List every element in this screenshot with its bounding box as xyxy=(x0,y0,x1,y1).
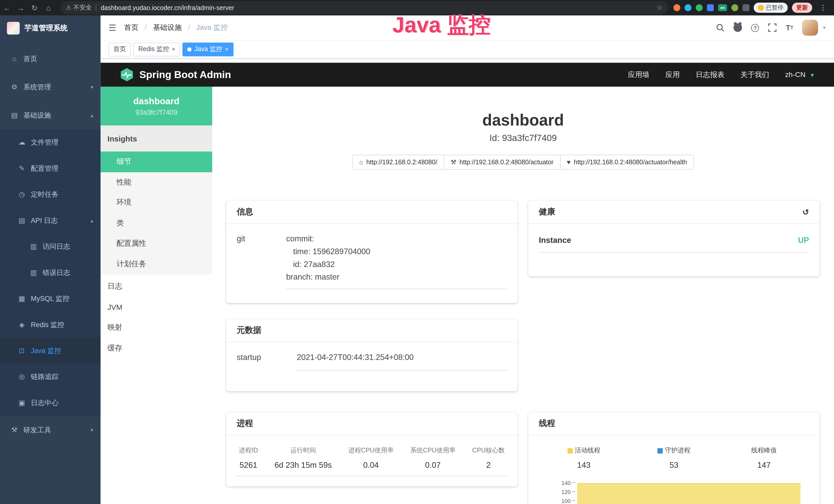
security-warning-icon[interactable]: ⚠ xyxy=(66,4,71,11)
chevron-down-icon: ▾ xyxy=(91,84,93,90)
log-center-icon: ▣ xyxy=(18,399,26,407)
sidebar-item-redis-monitor[interactable]: ◈ Redis 监控 xyxy=(0,312,101,337)
font-size-icon[interactable]: TT xyxy=(786,23,793,32)
help-icon[interactable]: ? xyxy=(751,24,759,31)
extension-icon-grid[interactable] xyxy=(707,4,714,11)
metadata-card: 元数据 startup 2021-04-27T00:44:31.254+08:0… xyxy=(226,319,518,391)
sidebar-item-system[interactable]: ⚙ 系统管理 ▾ xyxy=(0,73,101,101)
tab-redis-monitor[interactable]: Redis 监控 × xyxy=(134,42,180,56)
chevron-down-icon[interactable]: ▾ xyxy=(823,25,825,30)
back-icon[interactable]: ← xyxy=(0,3,14,12)
breadcrumb-current: Java 监控 xyxy=(196,23,228,31)
threads-card: 线程 活动线程 143 守护进程 53 线程峰值 147 xyxy=(528,412,820,504)
fullscreen-icon[interactable] xyxy=(768,23,777,32)
extension-icon-green[interactable] xyxy=(696,4,703,11)
sidebar-item-scheduled-job[interactable]: ◷ 定时任务 xyxy=(0,181,101,207)
chevron-up-icon: ▴ xyxy=(91,218,93,223)
github-icon[interactable] xyxy=(733,23,742,32)
home-icon[interactable]: ⌂ xyxy=(42,3,56,12)
sba-menu-environment[interactable]: 环境 xyxy=(101,192,212,213)
app-header: ☰ 首页 / 基础设施 / Java 监控 ? TT ▾ xyxy=(101,16,834,40)
forward-icon[interactable]: → xyxy=(14,3,28,12)
sba-nav-about[interactable]: 关于我们 xyxy=(741,70,769,79)
extensions-puzzle-icon[interactable] xyxy=(743,4,749,11)
security-label[interactable]: 不安全 xyxy=(73,4,92,12)
tabs-bar: 首页 Redis 监控 × Java 监控 × xyxy=(101,40,834,58)
sba-menu-jvm[interactable]: JVM xyxy=(101,297,212,318)
instance-health-link[interactable]: ♥ http://192.168.0.2:48080/actuator/heal… xyxy=(560,155,694,170)
sidebar-item-infra[interactable]: ▤ 基础设施 ▴ xyxy=(0,101,101,129)
sba-language-select[interactable]: zh-CN ▼ xyxy=(785,71,815,78)
update-label: 更新 xyxy=(796,4,808,12)
sidebar-item-config-manage[interactable]: ✎ 配置管理 xyxy=(0,155,101,181)
sba-menu-logs[interactable]: 日志 xyxy=(101,276,212,297)
history-icon[interactable]: ↺ xyxy=(803,207,809,217)
sba-navbar: Spring Boot Admin 应用墙 应用 日志报表 关于我们 zh-CN… xyxy=(101,63,834,87)
page-title: dashboard xyxy=(212,111,834,129)
sba-menu-details[interactable]: 细节 xyxy=(101,152,212,172)
tab-home[interactable]: 首页 xyxy=(108,42,131,56)
sidebar-item-trace[interactable]: ◎ 链路追踪 xyxy=(0,364,101,389)
process-card: 进程 进程ID 5261 运行时间 6d 23h 15m 59s 进程CPU使用… xyxy=(226,412,518,486)
sidebar-item-file-manage[interactable]: ☁ 文件管理 xyxy=(0,129,101,155)
extension-icon-leaf[interactable] xyxy=(731,4,738,11)
dashboard-icon: ⌂ xyxy=(10,55,19,63)
instance-home-link[interactable]: ⌂ http://192.168.0.2:48080/ xyxy=(352,155,444,170)
sba-menu-properties[interactable]: 配置属性 xyxy=(101,233,212,254)
sidebar-item-home[interactable]: ⌂ 首页 xyxy=(0,45,101,73)
reload-icon[interactable]: ↻ xyxy=(28,3,42,12)
sba-menu-caches[interactable]: 缓存 xyxy=(101,338,212,359)
y-tick-100: 100 xyxy=(543,498,571,504)
process-table: 进程ID 5261 运行时间 6d 23h 15m 59s 进程CPU使用率 0… xyxy=(237,445,507,476)
sba-nav-applications[interactable]: 应用 xyxy=(665,70,680,79)
sidebar-item-access-log[interactable]: ▥ 访问日志 xyxy=(0,233,101,259)
sidebar-item-mysql-monitor[interactable]: ▦ MySQL 监控 xyxy=(0,285,101,312)
health-card-title: 健康 xyxy=(539,206,555,217)
avatar[interactable] xyxy=(803,20,818,36)
sba-menu-classes[interactable]: 类 xyxy=(101,213,212,233)
sidebar-item-java-monitor[interactable]: ⊡ Java 监控 xyxy=(0,338,101,364)
close-icon[interactable]: × xyxy=(172,46,175,52)
sidebar-item-api-log[interactable]: ▤ API 日志 ▴ xyxy=(0,207,101,233)
bookmark-star-icon[interactable]: ☆ xyxy=(657,4,663,12)
blue-swatch xyxy=(657,448,663,453)
health-instance-row[interactable]: Instance UP xyxy=(539,232,809,253)
breadcrumb-infra[interactable]: 基础设施 xyxy=(153,23,182,31)
wrench-icon: ⚒ xyxy=(451,158,456,166)
sba-nav-wallboard[interactable]: 应用墙 xyxy=(628,70,650,79)
url-text[interactable]: dashboard.yudao.iocoder.cn/infra/admin-s… xyxy=(101,4,657,12)
sidebar-item-log-center[interactable]: ▣ 日志中心 xyxy=(0,390,101,416)
extension-icon-orange[interactable] xyxy=(674,4,680,11)
address-bar[interactable]: ⚠ 不安全 dashboard.yudao.iocoder.cn/infra/a… xyxy=(61,1,668,15)
browser-toolbar: ← → ↻ ⌂ ⚠ 不安全 dashboard.yudao.iocoder.cn… xyxy=(0,0,834,16)
sidebar-item-devtools[interactable]: ⚒ 研发工具 ▾ xyxy=(0,416,101,444)
process-uptime: 运行时间 6d 23h 15m 59s xyxy=(275,446,332,469)
close-icon[interactable]: × xyxy=(225,46,228,52)
recorder-paused-badge[interactable]: 已暂停 xyxy=(753,3,788,13)
tab-java-monitor[interactable]: Java 监控 × xyxy=(183,42,233,56)
extensions-area: on 已暂停 更新 ⋮ xyxy=(674,3,834,13)
document-icon: ▥ xyxy=(29,269,38,276)
instance-actuator-link[interactable]: ⚒ http://192.168.0.2:48080/actuator xyxy=(444,155,561,170)
chrome-update-button[interactable]: 更新 xyxy=(792,3,812,13)
metadata-key: startup xyxy=(237,351,297,371)
sidebar-item-error-log[interactable]: ▥ 错误日志 xyxy=(0,259,101,285)
hamburger-icon[interactable]: ☰ xyxy=(101,23,124,32)
sba-menu-performance[interactable]: 性能 xyxy=(101,172,212,192)
breadcrumb: 首页 / 基础设施 / Java 监控 xyxy=(124,23,228,32)
extension-icon-on-badge[interactable]: on xyxy=(718,4,727,11)
home-icon: ⌂ xyxy=(359,158,363,166)
app-brand[interactable]: 芋道管理系统 xyxy=(0,16,101,40)
info-card: 信息 git commit: time: 1596289704000 id: 2… xyxy=(226,201,518,303)
sba-menu-mappings[interactable]: 映射 xyxy=(101,317,212,338)
sba-menu-scheduled[interactable]: 计划任务 xyxy=(101,254,212,274)
sba-brand[interactable]: Spring Boot Admin xyxy=(120,68,231,82)
legend-daemon-threads: 守护进程 53 xyxy=(629,446,719,469)
instance-links: ⌂ http://192.168.0.2:48080/ ⚒ http://192… xyxy=(212,155,834,170)
search-icon[interactable] xyxy=(716,23,725,32)
extension-icon-drop[interactable] xyxy=(684,4,692,11)
browser-menu-icon[interactable]: ⋮ xyxy=(816,4,830,12)
sba-instance-header[interactable]: dashboard 93a3fc7f7409 xyxy=(101,87,212,125)
sba-nav-journal[interactable]: 日志报表 xyxy=(696,70,725,79)
breadcrumb-home[interactable]: 首页 xyxy=(124,23,138,31)
